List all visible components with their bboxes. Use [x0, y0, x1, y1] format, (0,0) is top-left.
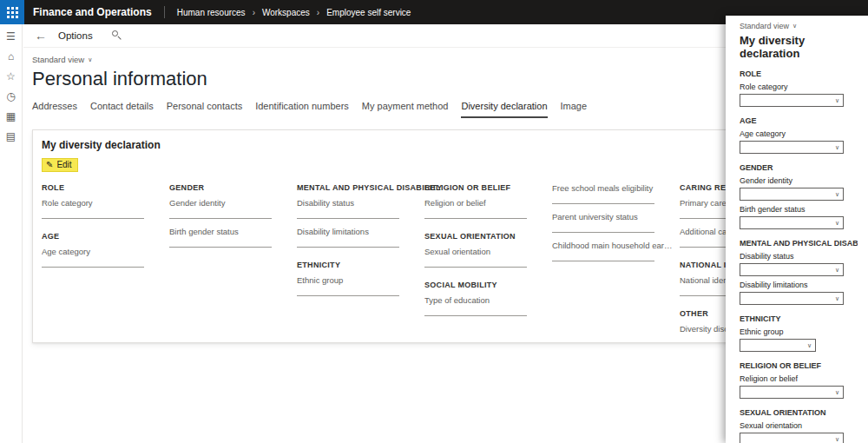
tab-contact-details[interactable]: Contact details: [90, 101, 154, 118]
age-category-combobox[interactable]: ∨: [740, 141, 844, 154]
chevron-right-icon: ›: [253, 8, 255, 17]
chevron-down-icon: ∨: [835, 97, 839, 104]
chevron-down-icon: ∨: [835, 436, 839, 443]
field-value-underline[interactable]: [297, 285, 399, 296]
chevron-down-icon: ∨: [835, 144, 839, 151]
field-label: Free school meals eligibility: [552, 183, 675, 193]
panel-field-label: Disability status: [740, 252, 858, 261]
card-column-3: MENTAL AND PHYSICAL DISABILITYDisability…: [297, 183, 424, 343]
panel-field-label: Religion or belief: [740, 374, 858, 383]
field-gender-identity: Gender identity: [169, 198, 297, 219]
panel-section-header: AGE: [740, 116, 858, 125]
field-label: Role category: [42, 198, 165, 208]
favorites-star-icon[interactable]: ☆: [6, 71, 16, 83]
field-value-underline[interactable]: [552, 222, 654, 233]
field-value-underline[interactable]: [169, 208, 272, 219]
disability-status-combobox[interactable]: ∨: [740, 263, 844, 276]
field-label: Ethnic group: [297, 275, 420, 285]
app-launcher-button[interactable]: [0, 0, 24, 24]
field-age-category: Age category: [42, 247, 169, 268]
group-header-gender: GENDER: [169, 183, 297, 192]
field-value-underline[interactable]: [424, 256, 527, 268]
menu-icon[interactable]: ☰: [6, 31, 16, 43]
app-title[interactable]: Finance and Operations: [33, 6, 152, 18]
field-value-underline[interactable]: [552, 250, 654, 261]
field-sexual-orientation: Sexual orientation: [424, 247, 552, 268]
chevron-down-icon: ∨: [835, 295, 839, 302]
breadcrumb-item-human-resources[interactable]: Human resources: [177, 8, 246, 17]
chevron-right-icon: ›: [317, 8, 319, 17]
modules-icon[interactable]: ▤: [6, 131, 16, 142]
group-header-religion-or-belief: RELIGION OR BELIEF: [424, 183, 552, 192]
field-label: Childhood main household earner occupati…: [552, 241, 675, 250]
chevron-down-icon: ∨: [835, 220, 839, 227]
tab-diversity-declaration[interactable]: Diversity declaration: [461, 101, 547, 118]
search-button[interactable]: [112, 30, 122, 41]
recent-clock-icon[interactable]: ◷: [6, 91, 15, 102]
panel-field-label: Ethnic group: [740, 327, 858, 336]
tab-identification-numbers[interactable]: Identification numbers: [255, 101, 349, 118]
sexual-orientation-combobox[interactable]: ∨: [740, 433, 844, 443]
panel-view-selector[interactable]: Standard view ∨: [740, 22, 858, 30]
panel-section-header: ROLE: [740, 69, 858, 78]
group-header-social-mobility: SOCIAL MOBILITY: [424, 281, 552, 289]
field-value-underline[interactable]: [424, 208, 527, 219]
field-parent-university-status: Parent university status: [552, 212, 680, 233]
card-column-2: GENDERGender identityBirth gender status: [169, 183, 297, 343]
field-label: Age category: [42, 247, 165, 256]
field-value-underline[interactable]: [424, 305, 527, 316]
field-value-underline[interactable]: [169, 236, 272, 248]
tab-image[interactable]: Image: [561, 101, 588, 118]
tab-my-payment-method[interactable]: My payment method: [362, 101, 449, 118]
group-header-ethnicity: ETHNICITY: [297, 261, 424, 269]
group-header-sexual-orientation: SEXUAL ORIENTATION: [424, 232, 552, 241]
panel-field-label: Gender identity: [740, 176, 858, 185]
workspaces-icon[interactable]: ▦: [6, 111, 16, 122]
group-header-mental-and-physical-disability: MENTAL AND PHYSICAL DISABILITY: [297, 183, 424, 192]
panel-field-label: Disability limitations: [740, 281, 858, 289]
panel-section-religion-or-belief: RELIGION OR BELIEFReligion or belief∨: [740, 361, 858, 399]
header-divider: [164, 6, 165, 18]
birth-gender-status-combobox[interactable]: ∨: [740, 216, 844, 229]
panel-section-ethnicity: ETHNICITYEthnic group∨: [740, 314, 858, 352]
chevron-down-icon: ∨: [807, 342, 812, 349]
home-icon[interactable]: ⌂: [8, 51, 14, 63]
panel-field-label: Birth gender status: [740, 205, 858, 214]
field-value-underline[interactable]: [297, 236, 399, 248]
tab-personal-contacts[interactable]: Personal contacts: [167, 101, 242, 118]
breadcrumb-item-workspaces[interactable]: Workspaces: [262, 8, 310, 17]
field-type-of-education: Type of education: [424, 295, 552, 316]
card-column-1: ROLERole categoryAGEAge category: [42, 183, 169, 343]
field-label: Sexual orientation: [424, 247, 548, 256]
panel-field-label: Age category: [740, 129, 858, 138]
options-menu[interactable]: Options: [58, 30, 93, 41]
panel-section-header: MENTAL AND PHYSICAL DISABILITY: [740, 239, 858, 248]
back-button[interactable]: ←: [35, 30, 47, 42]
group-header-role: ROLE: [42, 183, 169, 192]
edit-pencil-icon: ✎: [46, 160, 53, 169]
gender-identity-combobox[interactable]: ∨: [740, 188, 844, 201]
breadcrumb-item-employee-self-service[interactable]: Employee self service: [326, 8, 411, 17]
field-childhood-main-household-earner-occupation: Childhood main household earner occupati…: [552, 241, 680, 261]
chevron-down-icon: ∨: [835, 267, 839, 274]
panel-section-sexual-orientation: SEXUAL ORIENTATIONSexual orientation∨: [740, 408, 858, 443]
field-value-underline[interactable]: [42, 256, 144, 268]
edit-button[interactable]: ✎ Edit: [42, 158, 78, 172]
panel-sections: ROLERole category∨AGEAge category∨GENDER…: [740, 69, 858, 443]
view-selector-label: Standard view: [32, 55, 84, 64]
role-category-combobox[interactable]: ∨: [740, 94, 844, 107]
field-label: Type of education: [424, 295, 548, 305]
religion-or-belief-combobox[interactable]: ∨: [740, 386, 844, 399]
panel-section-gender: GENDERGender identity∨Birth gender statu…: [740, 163, 858, 229]
panel-title: My diversity declaration: [740, 34, 858, 60]
field-value-underline[interactable]: [552, 193, 654, 204]
search-icon: [112, 30, 118, 36]
card-column-5: Free school meals eligibilityParent univ…: [552, 183, 680, 343]
field-value-underline[interactable]: [42, 208, 144, 219]
ethnic-group-combobox[interactable]: ∨: [740, 339, 816, 352]
chevron-down-icon: ∨: [835, 389, 839, 396]
disability-limitations-combobox[interactable]: ∨: [740, 292, 844, 305]
tab-addresses[interactable]: Addresses: [32, 101, 77, 118]
field-religion-or-belief: Religion or belief: [424, 198, 552, 219]
field-value-underline[interactable]: [297, 208, 399, 219]
